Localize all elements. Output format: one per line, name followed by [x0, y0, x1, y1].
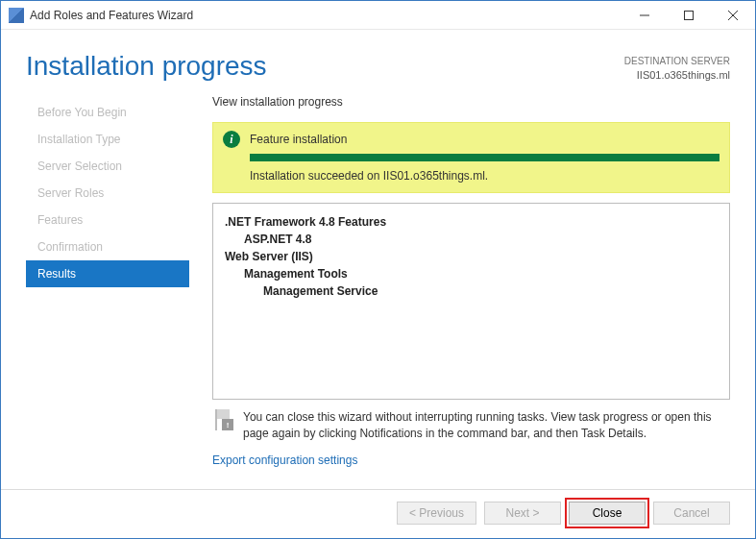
svg-rect-1 [685, 11, 694, 19]
maximize-button[interactable] [667, 1, 711, 29]
next-button: Next > [484, 502, 561, 525]
window-title: Add Roles and Features Wizard [30, 9, 622, 22]
sidebar-item-server-selection: Server Selection [26, 153, 189, 180]
notice-text: You can close this wizard without interr… [243, 409, 730, 442]
destination-label: DESTINATION SERVER [624, 55, 730, 68]
banner-title: Feature installation [250, 133, 347, 146]
close-button[interactable]: Close [569, 502, 646, 525]
previous-button: < Previous [397, 502, 476, 525]
header: Installation progress DESTINATION SERVER… [1, 30, 755, 89]
feature-node: Web Server (IIS) [225, 248, 718, 265]
sidebar-item-server-roles: Server Roles [26, 180, 189, 207]
feature-node: ASP.NET 4.8 [244, 231, 718, 248]
banner-message: Installation succeeded on IIS01.o365thin… [250, 169, 719, 183]
sidebar-item-results[interactable]: Results [26, 260, 189, 287]
app-icon [9, 8, 24, 23]
notice-row: ! You can close this wizard without inte… [212, 400, 730, 448]
flag-icon: ! [212, 409, 233, 430]
window-controls [622, 1, 755, 29]
wizard-sidebar: Before You BeginInstallation TypeServer … [26, 95, 189, 467]
feature-node: .NET Framework 4.8 Features [225, 213, 718, 231]
sidebar-item-confirmation: Confirmation [26, 233, 189, 260]
sidebar-item-before-you-begin: Before You Begin [26, 99, 189, 126]
feature-node: Management Service [263, 282, 718, 300]
sidebar-item-features: Features [26, 207, 189, 233]
sidebar-item-installation-type: Installation Type [26, 126, 189, 153]
status-banner: i Feature installation Installation succ… [212, 122, 730, 193]
sub-heading: View installation progress [212, 95, 730, 109]
cancel-button: Cancel [653, 502, 730, 525]
info-icon: i [223, 131, 240, 148]
minimize-button[interactable] [622, 1, 667, 29]
export-settings-link[interactable]: Export configuration settings [212, 448, 730, 467]
titlebar: Add Roles and Features Wizard [1, 1, 755, 30]
button-bar: < Previous Next > Close Cancel [1, 489, 755, 538]
progress-bar [250, 154, 719, 161]
close-window-button[interactable] [711, 1, 755, 29]
notification-badge-icon: ! [222, 419, 233, 430]
features-list: .NET Framework 4.8 FeaturesASP.NET 4.8We… [212, 203, 730, 400]
feature-node: Management Tools [244, 265, 718, 282]
page-title: Installation progress [26, 51, 624, 82]
main-panel: View installation progress i Feature ins… [189, 95, 730, 467]
destination-block: DESTINATION SERVER IIS01.o365things.ml [624, 51, 730, 82]
destination-server: IIS01.o365things.ml [624, 68, 730, 83]
content: Before You BeginInstallation TypeServer … [1, 89, 755, 467]
